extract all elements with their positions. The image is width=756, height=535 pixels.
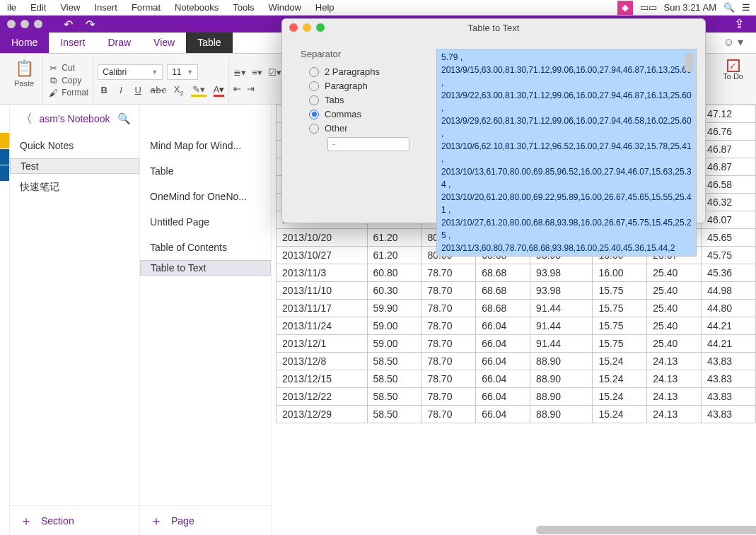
table-cell[interactable]: 25.40: [647, 300, 702, 317]
table-cell[interactable]: 15.75: [593, 317, 647, 335]
table-cell[interactable]: 24.13: [647, 353, 702, 370]
table-cell[interactable]: 44.21: [702, 335, 756, 353]
menu-edit[interactable]: Edit: [23, 1, 53, 14]
table-cell[interactable]: 43.83: [702, 388, 756, 406]
table-cell[interactable]: 43.83: [702, 370, 756, 388]
table-cell[interactable]: 68.68: [476, 282, 530, 300]
table-cell[interactable]: 60.30: [367, 282, 421, 300]
table-cell[interactable]: 58.50: [367, 406, 421, 423]
table-cell[interactable]: 2013/11/10: [277, 282, 368, 300]
table-cell[interactable]: 88.90: [530, 406, 593, 423]
zoom-button[interactable]: [34, 20, 42, 28]
table-cell[interactable]: 58.50: [367, 388, 421, 406]
table-cell[interactable]: 25.40: [647, 264, 702, 282]
outdent-button[interactable]: ⇤: [233, 83, 241, 94]
horizontal-scrollbar[interactable]: [536, 525, 752, 535]
table-cell[interactable]: 24.13: [647, 370, 702, 388]
preview-scrollbar[interactable]: [685, 51, 694, 254]
table-cell[interactable]: 59.90: [367, 300, 421, 317]
table-cell[interactable]: 2013/12/1: [277, 335, 368, 353]
table-cell[interactable]: 25.40: [647, 282, 702, 300]
table-cell[interactable]: 58.50: [367, 353, 421, 370]
table-cell[interactable]: 91.44: [530, 300, 593, 317]
separator-radio[interactable]: Paragraph: [309, 81, 428, 91]
table-cell[interactable]: 78.70: [421, 388, 476, 406]
table-cell[interactable]: 46.32: [702, 194, 756, 211]
back-button[interactable]: 〈: [20, 110, 33, 127]
highlight-button[interactable]: ✎▾: [191, 84, 207, 97]
menu-notebooks[interactable]: Notebooks: [168, 1, 226, 14]
table-cell[interactable]: 24.13: [647, 406, 702, 423]
table-cell[interactable]: 45.75: [702, 247, 756, 264]
underline-button[interactable]: U: [133, 85, 143, 95]
section-item[interactable]: 快速笔记: [10, 174, 139, 201]
table-cell[interactable]: 24.13: [647, 388, 702, 406]
table-cell[interactable]: 68.68: [476, 300, 530, 317]
paste-button[interactable]: 📋 Paste: [10, 57, 38, 90]
tab-insert[interactable]: Insert: [49, 33, 96, 53]
separator-radio[interactable]: 2 Paragraphs: [309, 66, 428, 77]
page-item[interactable]: Table of Contents: [140, 235, 271, 260]
page-item[interactable]: OneMind for OneNo...: [140, 184, 271, 209]
table-cell[interactable]: 44.98: [702, 282, 756, 300]
copy-button[interactable]: ⧉Copy: [47, 74, 88, 87]
preview-textarea[interactable]: 5.79 ,2013/9/15,63.00,81.30,71.12,99.06,…: [436, 49, 697, 257]
bullets-button[interactable]: ≣▾: [233, 67, 246, 78]
table-cell[interactable]: 66.04: [476, 388, 530, 406]
menu-insert[interactable]: Insert: [87, 1, 124, 14]
add-section-button[interactable]: ＋Section: [10, 505, 139, 535]
separator-radio[interactable]: Commas: [309, 109, 428, 119]
menubar-app-icon[interactable]: ◆: [617, 1, 633, 15]
tab-draw[interactable]: Draw: [96, 33, 142, 53]
menu-view[interactable]: View: [53, 1, 87, 14]
menu-window[interactable]: Window: [262, 1, 308, 14]
font-color-button[interactable]: A▾: [214, 84, 225, 97]
table-cell[interactable]: 43.83: [702, 353, 756, 370]
table-cell[interactable]: 78.70: [421, 353, 476, 370]
menu-icon[interactable]: ☰: [742, 2, 750, 13]
table-cell[interactable]: 78.70: [421, 317, 476, 335]
table-cell[interactable]: 78.70: [421, 300, 476, 317]
close-button[interactable]: [7, 20, 16, 28]
table-cell[interactable]: 88.90: [530, 388, 593, 406]
table-cell[interactable]: 44.80: [702, 300, 756, 317]
table-cell[interactable]: 2013/11/24: [277, 317, 368, 335]
table-cell[interactable]: 78.70: [421, 282, 476, 300]
table-cell[interactable]: 15.75: [593, 282, 647, 300]
table-cell[interactable]: 2013/12/15: [277, 370, 368, 388]
strike-button[interactable]: abc: [150, 85, 166, 95]
table-cell[interactable]: 58.50: [367, 370, 421, 388]
page-item[interactable]: Untitled Page: [140, 209, 271, 235]
subscript-button[interactable]: X2: [174, 84, 184, 97]
minimize-button[interactable]: [21, 20, 29, 28]
table-cell[interactable]: 45.36: [702, 264, 756, 282]
table-cell[interactable]: 66.04: [476, 353, 530, 370]
table-cell[interactable]: 66.04: [476, 370, 530, 388]
displays-icon[interactable]: ▭▭: [640, 2, 657, 13]
font-size-select[interactable]: 11▼: [167, 64, 198, 80]
table-cell[interactable]: 25.40: [647, 317, 702, 335]
table-cell[interactable]: 44.21: [702, 317, 756, 335]
italic-button[interactable]: I: [116, 85, 126, 95]
table-cell[interactable]: 2013/12/29: [277, 406, 368, 423]
spotlight-icon[interactable]: 🔍: [723, 2, 735, 13]
bold-button[interactable]: B: [99, 85, 109, 95]
share-icon[interactable]: ⇪: [734, 16, 745, 32]
table-cell[interactable]: 93.98: [530, 282, 593, 300]
table-cell[interactable]: 15.75: [593, 335, 647, 353]
table-cell[interactable]: 15.24: [593, 353, 647, 370]
table-cell[interactable]: 66.04: [476, 317, 530, 335]
menu-help[interactable]: Help: [308, 1, 342, 14]
table-cell[interactable]: 2013/11/3: [277, 264, 368, 282]
table-cell[interactable]: 16.00: [593, 264, 647, 282]
section-color-tab[interactable]: [0, 165, 9, 181]
table-cell[interactable]: 66.04: [476, 335, 530, 353]
table-cell[interactable]: 91.44: [530, 317, 593, 335]
table-cell[interactable]: 93.98: [530, 264, 593, 282]
table-cell[interactable]: 15.24: [593, 406, 647, 423]
table-cell[interactable]: 46.87: [702, 158, 756, 176]
table-cell[interactable]: 46.07: [702, 211, 756, 229]
emoji-button[interactable]: ☺ ▾: [710, 33, 756, 53]
table-cell[interactable]: 47.12: [702, 105, 756, 123]
todo-tag-button[interactable]: ✓ To Do: [716, 57, 750, 104]
